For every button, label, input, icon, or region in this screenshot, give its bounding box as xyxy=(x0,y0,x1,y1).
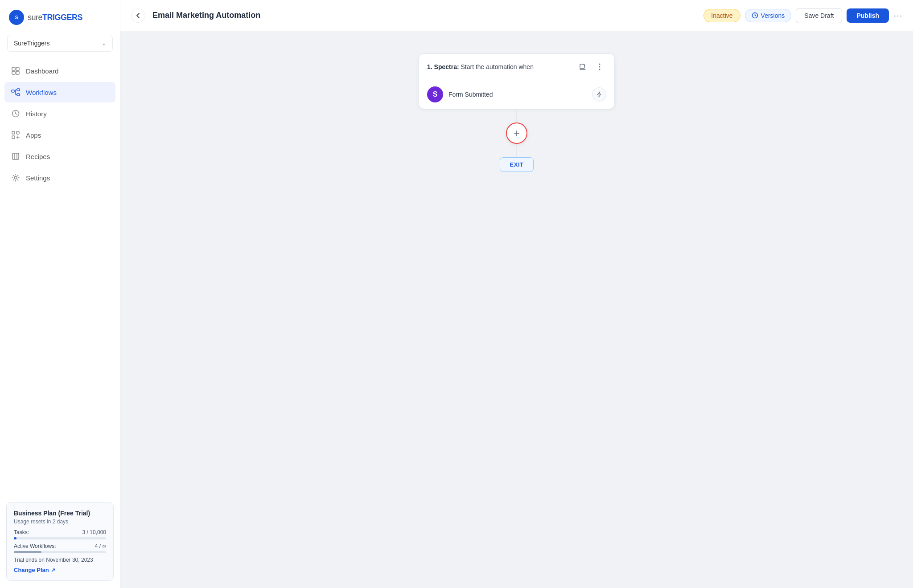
card-step-app: 1. Spectra: xyxy=(427,63,459,70)
svg-rect-2 xyxy=(12,67,15,70)
back-button[interactable] xyxy=(131,8,145,23)
workflows-row: Active Workflows: 4 / ∞ xyxy=(14,543,106,549)
workflow-card-header: 1. Spectra: Start the automation when xyxy=(419,54,614,80)
sidebar-item-workflows[interactable]: Workflows xyxy=(4,82,115,102)
tasks-row: Tasks: 3 / 10,000 xyxy=(14,529,106,535)
plus-icon: + xyxy=(514,128,520,139)
plan-subtitle: Usage resets in 2 days xyxy=(14,519,106,525)
external-link-icon: ↗ xyxy=(51,567,55,573)
trigger-label: Form Submitted xyxy=(448,91,587,98)
edit-button[interactable] xyxy=(576,60,589,74)
sidebar-item-apps[interactable]: Apps xyxy=(4,125,115,145)
workflows-progress-bg xyxy=(14,551,106,553)
svg-point-28 xyxy=(599,69,600,70)
grid-icon xyxy=(11,66,21,76)
sidebar-item-settings[interactable]: Settings xyxy=(4,167,115,188)
sidebar-item-recipes[interactable]: Recipes xyxy=(4,146,115,167)
tasks-label: Tasks: xyxy=(14,529,29,535)
header: Email Marketing Automation Inactive Vers… xyxy=(120,0,913,31)
svg-rect-8 xyxy=(17,94,20,96)
svg-point-26 xyxy=(599,64,600,65)
lightning-icon[interactable] xyxy=(592,87,606,102)
clock-icon xyxy=(11,109,21,118)
apps-icon xyxy=(11,130,21,140)
logo-text: sureTRIGGERS xyxy=(28,13,82,22)
logo: S sureTRIGGERS xyxy=(0,0,120,35)
connector-line-top xyxy=(516,109,517,122)
recipes-icon xyxy=(11,151,21,161)
workspace-name: SureTriggers xyxy=(14,40,49,47)
connector-line-bottom xyxy=(516,144,517,157)
workflow-icon xyxy=(11,87,21,97)
sidebar-item-label-workflows: Workflows xyxy=(26,89,57,96)
workflows-label: Active Workflows: xyxy=(14,543,56,549)
workflows-progress-fill xyxy=(14,551,41,553)
page-title: Email Marketing Automation xyxy=(152,11,696,20)
publish-button[interactable]: Publish xyxy=(847,8,889,23)
svg-rect-6 xyxy=(12,90,14,92)
plan-card: Business Plan (Free Trial) Usage resets … xyxy=(6,502,114,581)
sidebar-item-label-settings: Settings xyxy=(26,174,50,182)
trial-text: Trial ends on November 30, 2023 xyxy=(14,557,106,563)
sidebar-item-label-apps: Apps xyxy=(26,131,41,139)
workflows-value: 4 / ∞ xyxy=(95,543,106,549)
svg-rect-3 xyxy=(16,67,19,70)
workflow-card: 1. Spectra: Start the automation when xyxy=(419,53,615,109)
header-actions: Inactive Versions Save Draft Publish ⋯ xyxy=(703,8,902,23)
tasks-value: 3 / 10,000 xyxy=(82,529,106,535)
sidebar-item-history[interactable]: History xyxy=(4,103,115,124)
svg-point-27 xyxy=(599,66,600,68)
svg-rect-5 xyxy=(16,71,19,74)
svg-rect-7 xyxy=(17,89,20,91)
logo-icon: S xyxy=(9,10,24,25)
logo-triggers: TRIGGERS xyxy=(42,13,82,22)
clock-versions-icon xyxy=(752,12,758,19)
change-plan-link[interactable]: Change Plan ↗ xyxy=(14,567,106,573)
tasks-progress-fill xyxy=(14,537,16,539)
svg-text:S: S xyxy=(15,15,18,20)
more-vertical-icon[interactable] xyxy=(593,60,606,74)
svg-rect-19 xyxy=(12,153,19,159)
card-actions xyxy=(576,60,606,74)
sidebar-item-dashboard[interactable]: Dashboard xyxy=(4,61,115,81)
svg-rect-16 xyxy=(12,136,15,139)
chevron-down-icon: ⌄ xyxy=(102,40,106,46)
card-title: 1. Spectra: Start the automation when xyxy=(427,63,534,70)
versions-button[interactable]: Versions xyxy=(745,9,792,22)
nav-menu: Dashboard Workflows xyxy=(0,61,120,497)
tasks-progress-bg xyxy=(14,537,106,539)
sidebar-item-label-recipes: Recipes xyxy=(26,153,50,160)
card-description: Start the automation when xyxy=(461,63,533,70)
logo-sure: sure xyxy=(28,13,42,22)
plan-title: Business Plan (Free Trial) xyxy=(14,510,106,517)
change-plan-label: Change Plan xyxy=(14,567,49,573)
svg-marker-29 xyxy=(597,92,601,97)
svg-rect-4 xyxy=(12,71,15,74)
workspace-selector[interactable]: SureTriggers ⌄ xyxy=(7,35,113,52)
workflow-card-body: S Form Submitted xyxy=(419,80,614,109)
versions-label: Versions xyxy=(761,12,785,19)
svg-point-22 xyxy=(14,176,17,179)
sidebar-item-label-dashboard: Dashboard xyxy=(26,67,58,75)
save-draft-button[interactable]: Save Draft xyxy=(796,8,842,23)
svg-rect-14 xyxy=(12,131,15,134)
exit-button[interactable]: EXIT xyxy=(500,157,534,172)
workflow-canvas: 1. Spectra: Start the automation when xyxy=(120,31,913,588)
trigger-app-icon: S xyxy=(427,86,443,102)
gear-icon xyxy=(11,173,21,183)
main-area: Email Marketing Automation Inactive Vers… xyxy=(120,0,913,588)
sidebar-item-label-history: History xyxy=(26,110,47,118)
status-badge[interactable]: Inactive xyxy=(703,9,740,22)
add-step-button[interactable]: + xyxy=(506,122,527,144)
sidebar: S sureTRIGGERS SureTriggers ⌄ Dashboard xyxy=(0,0,120,588)
svg-rect-15 xyxy=(16,131,19,134)
more-dots-icon[interactable]: ⋯ xyxy=(893,10,902,21)
